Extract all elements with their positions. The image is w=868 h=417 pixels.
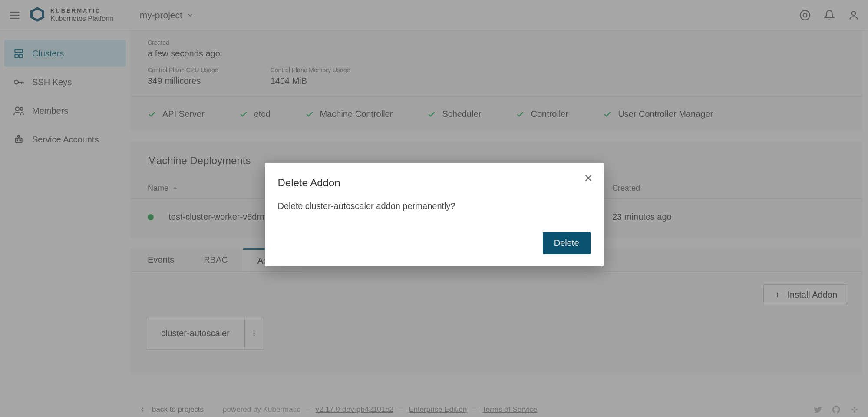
delete-addon-dialog: Delete Addon Delete cluster-autoscaler a… <box>265 163 604 266</box>
close-dialog-button[interactable] <box>583 172 594 184</box>
confirm-delete-button[interactable]: Delete <box>543 232 591 254</box>
dialog-body: Delete cluster-autoscaler addon permanen… <box>278 201 591 211</box>
dialog-title: Delete Addon <box>278 177 591 189</box>
close-icon <box>583 172 594 184</box>
modal-overlay[interactable]: Delete Addon Delete cluster-autoscaler a… <box>0 0 868 417</box>
